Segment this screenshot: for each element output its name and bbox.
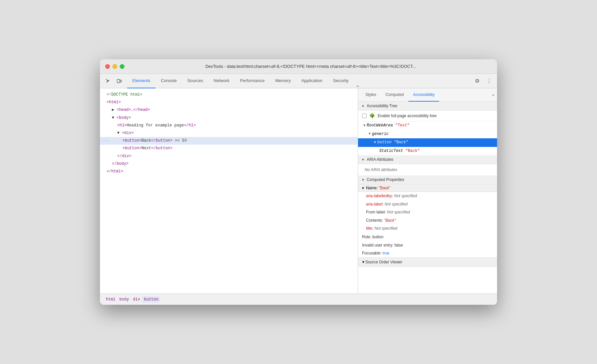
aria-triangle-icon: ▼ [361, 158, 365, 161]
enable-checkbox[interactable] [362, 114, 367, 118]
tab-accessibility[interactable]: Accessibility [408, 88, 439, 102]
dom-line-button-back[interactable]: ... <button>Back</button> == $0 [100, 137, 358, 145]
computed-triangle-icon: ▼ [361, 178, 365, 182]
prop-title: title: Not specified [358, 224, 497, 232]
prop-role: Role: button [358, 232, 497, 241]
traffic-lights [105, 64, 124, 69]
svg-rect-1 [120, 80, 121, 82]
accessibility-tree-header[interactable]: ▼ Accessibility Tree [358, 102, 497, 111]
tab-application[interactable]: Application [296, 74, 328, 88]
right-tabs: Styles Computed Accessibility » [358, 88, 497, 102]
prop-contents: Contents: "Back" [358, 216, 497, 224]
crumb-button[interactable]: button [142, 296, 160, 302]
source-order-header[interactable]: ▼ Source Order Viewer [358, 257, 497, 267]
right-more-tabs[interactable]: » [492, 92, 494, 97]
dom-line-body-close[interactable]: </body> [100, 160, 358, 168]
dom-line-doctype[interactable]: <!DOCTYPE html> [100, 91, 358, 99]
tab-memory[interactable]: Memory [270, 74, 296, 88]
device-toggle-icon[interactable] [114, 76, 124, 86]
titlebar: DevTools - data:text/html;charset=utf-8,… [100, 59, 497, 74]
dom-panel[interactable]: <!DOCTYPE html> <html> ▶ <head>…</head> … [100, 88, 358, 294]
crumb-body[interactable]: body [117, 296, 131, 302]
right-panel: Styles Computed Accessibility » ▼ Access… [358, 88, 497, 294]
maximize-button[interactable] [120, 64, 124, 69]
prop-aria-labelledby: aria-labelledby: Not specified [358, 192, 497, 200]
crumb-div[interactable]: div [131, 296, 142, 302]
tree-root-web-area[interactable]: ▼ RootWebArea "Test" [358, 121, 497, 130]
dom-line-html-close[interactable]: </html> [100, 168, 358, 175]
dom-line-div-open[interactable]: ▼ <div> [100, 129, 358, 137]
inspector-icon[interactable] [103, 76, 113, 86]
toolbar-icons [103, 76, 124, 86]
tree-static-text[interactable]: StaticText "Back" [358, 147, 497, 156]
tree-button-back[interactable]: ▼ button "Back" [358, 138, 497, 147]
main-content: <!DOCTYPE html> <html> ▶ <head>…</head> … [100, 88, 497, 294]
dom-line-body-open[interactable]: ▼ <body> [100, 114, 358, 122]
tab-console[interactable]: Console [156, 74, 182, 88]
toolbar-right: ⚙ ⋮ [472, 76, 494, 86]
tab-styles[interactable]: Styles [361, 88, 381, 102]
close-button[interactable] [105, 64, 110, 69]
source-order-triangle-icon: ▼ [361, 260, 365, 264]
main-tabs: Elements Console Sources Network Perform… [127, 74, 472, 88]
settings-icon[interactable]: ⚙ [472, 76, 482, 86]
prop-invalid-user-entry: Invalid user entry: false [358, 241, 497, 249]
computed-properties-header[interactable]: ▼ Computed Properties [358, 175, 497, 184]
tab-elements[interactable]: Elements [127, 74, 156, 88]
breadcrumb: html body div button [100, 294, 497, 305]
enable-full-page-row: 🌳 Enable full-page accessibility tree [358, 111, 497, 121]
dom-line-div-close[interactable]: </div> [100, 153, 358, 160]
no-aria-message: No ARIA attributes [358, 164, 497, 175]
dom-line-html[interactable]: <html> [100, 99, 358, 106]
aria-attributes-header[interactable]: ▼ ARIA Attributes [358, 155, 497, 164]
dom-line-button-next[interactable]: <button>Next</button> [100, 145, 358, 152]
tab-security[interactable]: Security [328, 74, 354, 88]
devtools-window: DevTools - data:text/html;charset=utf-8,… [100, 59, 497, 305]
dom-line-h1[interactable]: <h1>Heading for example page</h1> [100, 122, 358, 129]
prop-aria-label: aria-label: Not specified [358, 200, 497, 208]
prop-focusable: Focusable: true [358, 249, 497, 257]
crumb-html[interactable]: html [104, 296, 117, 302]
dom-line-head[interactable]: ▶ <head>…</head> [100, 106, 358, 114]
tab-performance[interactable]: Performance [235, 74, 270, 88]
svg-rect-0 [117, 79, 120, 83]
more-options-icon[interactable]: ⋮ [484, 76, 494, 86]
enable-icon: 🌳 [369, 113, 375, 118]
tab-network[interactable]: Network [208, 74, 235, 88]
tab-sources[interactable]: Sources [182, 74, 208, 88]
toolbar: Elements Console Sources Network Perform… [100, 74, 497, 88]
more-tabs-button[interactable]: » [354, 83, 361, 88]
prop-from-label: From label: Not specified [358, 208, 497, 216]
accessibility-content: ▼ Accessibility Tree 🌳 Enable full-page … [358, 102, 497, 294]
tree-generic[interactable]: ▼ generic [358, 130, 497, 139]
minimize-button[interactable] [113, 64, 117, 69]
tab-computed[interactable]: Computed [381, 88, 408, 102]
triangle-icon: ▼ [361, 104, 365, 108]
name-group-header: ▼ Name: "Back" [358, 184, 497, 192]
window-title: DevTools - data:text/html;charset=utf-8,… [130, 64, 492, 69]
